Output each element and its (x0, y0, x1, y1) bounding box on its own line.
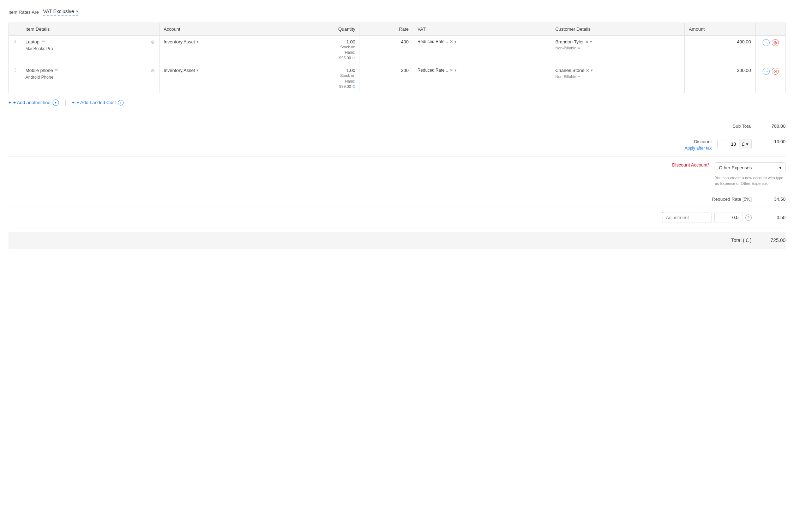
customer-dropdown-2[interactable]: ▾ (591, 68, 593, 73)
quantity-cell-2: 1.00 Stock onHand:999.00 ⊙ (285, 64, 360, 93)
customer-value-1: Brandon Tyler (555, 39, 584, 44)
add-another-line-button[interactable]: + + Add another line ▾ (8, 99, 59, 106)
reduced-rate-row: Reduced Rate [5%] 34.50 (8, 192, 786, 206)
edit-item-icon-2[interactable]: ✏ (55, 68, 58, 72)
customer-clear-1[interactable]: ✕ (585, 40, 589, 44)
sub-total-value: 700.00 (757, 123, 786, 129)
add-landed-cost-button[interactable]: + + Add Landed Cost i (72, 100, 124, 105)
table-row: ⠿ Laptop ✏ ⊗ MacBooks Pro Inventory Asse… (9, 36, 786, 65)
vat-clear-2[interactable]: ✕ (450, 68, 453, 73)
more-options-2[interactable]: ··· (763, 68, 770, 75)
total-row: Total ( £ ) 725.00 (8, 232, 786, 249)
item-details-cell-2: Mobile phone ✏ ⊗ Android Phone (21, 64, 160, 93)
customer-clear-2[interactable]: ✕ (586, 68, 589, 73)
customer-dropdown-1[interactable]: ▾ (590, 40, 592, 44)
discount-account-dropdown[interactable]: Other Expenses ▾ (715, 162, 786, 173)
total-label: Total ( £ ) (681, 237, 752, 243)
account-hint: You can create a new account with type a… (715, 175, 786, 186)
discount-account-label: Discount Account* (639, 162, 709, 168)
table-row: ⠿ Mobile phone ✏ ⊗ Android Phone Invento… (9, 64, 786, 93)
drag-handle-1[interactable]: ⠿ (9, 36, 21, 65)
currency-symbol: £ (742, 141, 745, 147)
plus-icon-2: + (72, 100, 74, 105)
stock-info-2: Stock onHand:999.00 ⊙ (289, 73, 355, 89)
col-customer-details: Customer Details (551, 23, 684, 36)
discount-amount: -10.00 (757, 139, 786, 144)
col-actions-header (756, 23, 786, 36)
non-billable-edit-1[interactable]: ✏ (578, 46, 581, 50)
items-table: Item Details Account Quantity Rate VAT C… (8, 23, 786, 93)
stock-info-1: Stock onHand:995.00 ⊙ (289, 44, 355, 61)
adjustment-help-icon[interactable]: ? (745, 214, 752, 221)
adjustment-input[interactable] (714, 212, 742, 223)
item-sub-2: Android Phone (25, 73, 155, 80)
adjustment-wrapper: Adjustment ? (662, 212, 752, 223)
customer-cell-1: Brandon Tyler ✕ ▾ Non-Billable ✏ (551, 36, 684, 65)
rate-cell-2: 300 (360, 64, 413, 93)
discount-label: Discount (641, 139, 712, 144)
reduced-rate-label: Reduced Rate [5%] (681, 197, 752, 202)
discount-row: Discount Apply after tax £ ▾ -10.00 (8, 133, 786, 157)
sub-total-label: Sub Total (681, 123, 752, 129)
vat-type-dropdown[interactable]: VAT Exclusive ▾ (43, 8, 78, 16)
delete-row-1[interactable]: ⊗ (772, 39, 779, 46)
item-rates-row: Item Rates Are VAT Exclusive ▾ (8, 8, 786, 16)
apply-after-tax-link[interactable]: Apply after tax (641, 146, 712, 151)
vat-dropdown-1[interactable]: ▾ (455, 40, 457, 44)
amount-cell-2: 300.00 (684, 64, 755, 93)
vat-dropdown-2[interactable]: ▾ (455, 68, 457, 73)
item-name-1: Laptop (25, 39, 40, 44)
currency-chevron-icon: ▾ (746, 141, 748, 147)
col-rate: Rate (360, 23, 413, 36)
more-options-1[interactable]: ··· (763, 39, 770, 46)
account-dropdown-1[interactable]: ▾ (197, 40, 199, 44)
sub-total-row: Sub Total 700.00 (8, 119, 786, 133)
adjustment-amount: 0.50 (757, 215, 786, 220)
col-amount: Amount (684, 23, 755, 36)
discount-account-col: Other Expenses ▾ You can create a new ac… (715, 162, 786, 186)
separator: | (65, 99, 66, 106)
add-actions-row: + + Add another line ▾ | + + Add Landed … (8, 93, 786, 112)
discount-input[interactable] (718, 139, 739, 149)
adjustment-label-box[interactable]: Adjustment (662, 212, 711, 223)
row-actions-2: ··· ⊗ (756, 64, 786, 93)
non-billable-label-1: Non-Billable (555, 46, 576, 50)
col-quantity: Quantity (285, 23, 360, 36)
rate-cell-1: 400 (360, 36, 413, 65)
quantity-cell-1: 1.00 Stock onHand:995.00 ⊙ (285, 36, 360, 65)
non-billable-label-2: Non-Billable (555, 74, 576, 79)
vat-clear-1[interactable]: ✕ (450, 39, 453, 44)
qty-value-2: 1.00 (289, 68, 355, 73)
currency-dropdown[interactable]: £ ▾ (739, 139, 751, 149)
discount-input-group: £ ▾ (717, 139, 752, 149)
col-vat: VAT (413, 23, 551, 36)
add-landed-cost-info-icon[interactable]: i (118, 100, 124, 105)
drag-handle-2[interactable]: ⠿ (9, 64, 21, 93)
discount-account-value: Other Expenses (719, 165, 752, 170)
vat-cell-1: Reduced Rate... ✕ ▾ (413, 36, 551, 65)
account-dropdown-2[interactable]: ▾ (197, 68, 199, 73)
remove-item-2[interactable]: ⊗ (151, 68, 155, 73)
remove-item-1[interactable]: ⊗ (151, 39, 155, 45)
vat-value-1: Reduced Rate... (417, 39, 448, 44)
item-details-cell-1: Laptop ✏ ⊗ MacBooks Pro (21, 36, 160, 65)
delete-row-2[interactable]: ⊗ (772, 68, 779, 75)
stock-check-icon-2: ⊙ (352, 84, 355, 89)
qty-value-1: 1.00 (289, 39, 355, 44)
col-account: Account (159, 23, 285, 36)
account-cell-2: Inventory Asset ▾ (159, 64, 285, 93)
stock-check-icon-1: ⊙ (352, 56, 355, 60)
account-value-1: Inventory Asset (164, 39, 195, 44)
plus-icon: + (8, 100, 11, 105)
customer-value-2: Charles Stone (555, 68, 584, 73)
customer-cell-2: Charles Stone ✕ ▾ Non-Billable ✏ (551, 64, 684, 93)
summary-section: Sub Total 700.00 Discount Apply after ta… (8, 119, 786, 249)
edit-item-icon-1[interactable]: ✏ (42, 39, 45, 44)
item-sub-1: MacBooks Pro (25, 45, 155, 51)
account-value-2: Inventory Asset (164, 68, 195, 73)
vat-value-2: Reduced Rate... (417, 68, 448, 73)
item-rates-label: Item Rates Are (8, 10, 39, 15)
add-line-dropdown-icon[interactable]: ▾ (53, 99, 59, 106)
row-actions-1: ··· ⊗ (756, 36, 786, 65)
non-billable-edit-2[interactable]: ✏ (578, 75, 581, 79)
